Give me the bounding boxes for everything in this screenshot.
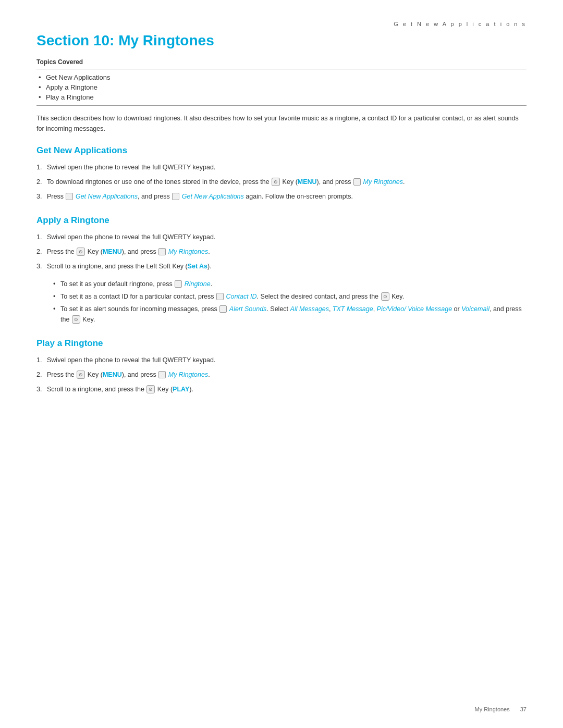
- step-number: 1.: [36, 162, 42, 172]
- step-text: Press the ⊙ Key (MENU), and press My Rin…: [47, 248, 210, 255]
- pic-video-link: Pic/Video/ Voice Message: [377, 305, 452, 313]
- apply-ringtone-steps: 1. Swivel open the phone to reveal the f…: [36, 231, 527, 273]
- step-number: 3.: [36, 191, 42, 202]
- step-number: 1.: [36, 232, 42, 242]
- voicemail-link: Voicemail: [461, 305, 489, 313]
- footer-right: My Ringtones 37: [474, 706, 527, 712]
- step-item: 2. Press the ⊙ Key (MENU), and press My …: [36, 368, 527, 381]
- menu-icon: [172, 193, 179, 200]
- key-icon: ⊙: [381, 292, 389, 301]
- step-text: Swivel open the phone to reveal the full…: [47, 233, 215, 241]
- step-item: 1. Swivel open the phone to reveal the f…: [36, 161, 527, 174]
- key-icon: ⊙: [72, 315, 80, 324]
- menu-bold: MENU: [103, 371, 122, 378]
- step-item: 1. Swivel open the phone to reveal the f…: [36, 354, 527, 366]
- topics-top-divider: [36, 69, 527, 69]
- step-text: Scroll to a ringtone, and press the ⊙ Ke…: [47, 386, 193, 393]
- step-text: Press the ⊙ Key (MENU), and press My Rin…: [47, 371, 210, 378]
- my-ringtones-link: My Ringtones: [168, 248, 208, 255]
- page-container: G e t N e w A p p l i c a t i o n s Sect…: [0, 0, 563, 439]
- get-new-applications-title: Get New Applications: [36, 145, 527, 156]
- step-number: 2.: [36, 369, 42, 380]
- key-icon: ⊙: [77, 248, 85, 256]
- contact-id-link: Contact ID: [226, 293, 257, 300]
- step-number: 1.: [36, 355, 42, 365]
- topics-covered-section: Topics Covered Get New Applications Appl…: [36, 58, 527, 106]
- get-new-apps-link1: Get New Applications: [76, 193, 138, 200]
- menu-icon: [158, 248, 166, 255]
- alert-sounds-link: Alert Sounds: [229, 305, 267, 313]
- get-new-applications-section: Get New Applications 1. Swivel open the …: [36, 145, 527, 203]
- menu-icon: [158, 371, 166, 378]
- menu-icon: [353, 178, 361, 186]
- step-number: 3.: [36, 261, 42, 272]
- get-new-apps-link2: Get New Applications: [182, 193, 244, 200]
- footer-section-name: My Ringtones: [474, 706, 509, 712]
- key-icon: ⊙: [77, 371, 85, 379]
- step-item: 1. Swivel open the phone to reveal the f…: [36, 231, 527, 243]
- play-ringtone-title: Play a Ringtone: [36, 338, 527, 349]
- step-number: 2.: [36, 246, 42, 257]
- ringtone-link: Ringtone: [185, 280, 211, 288]
- bullet-text: To set it as your default ringtone, pres…: [60, 280, 212, 288]
- all-messages-link: All Messages: [290, 305, 329, 313]
- list-item: Play a Ringtone: [36, 92, 527, 102]
- bullet-item: To set it as a contact ID for a particul…: [52, 290, 527, 303]
- intro-text: This section describes how to download r…: [36, 113, 527, 134]
- header-right: G e t N e w A p p l i c a t i o n s: [36, 21, 527, 27]
- bullet-item: To set it as alert sounds for incoming m…: [52, 303, 527, 326]
- key-icon: ⊙: [146, 385, 155, 393]
- menu-icon: [219, 305, 227, 313]
- step-text: Press Get New Applications, and press Ge…: [47, 193, 353, 200]
- list-item: Get New Applications: [36, 72, 527, 82]
- step-item: 3. Press Get New Applications, and press…: [36, 190, 527, 203]
- menu-bold: MENU: [298, 178, 317, 186]
- step-text: Swivel open the phone to reveal the full…: [47, 356, 215, 364]
- apply-ringtone-title: Apply a Ringtone: [36, 215, 527, 226]
- apply-ringtone-bullets: To set it as your default ringtone, pres…: [52, 278, 527, 326]
- topics-list: Get New Applications Apply a Ringtone Pl…: [36, 72, 527, 102]
- section-title: Section 10: My Ringtones: [36, 32, 527, 49]
- step-item: 3. Scroll to a ringtone, and press the L…: [36, 260, 527, 273]
- topics-bottom-divider: [36, 105, 527, 106]
- step-text: Swivel open the phone to reveal the full…: [47, 164, 215, 171]
- step-item: 2. Press the ⊙ Key (MENU), and press My …: [36, 245, 527, 258]
- bullet-text: To set it as alert sounds for incoming m…: [60, 305, 522, 323]
- my-ringtones-link: My Ringtones: [168, 371, 208, 378]
- play-ringtone-section: Play a Ringtone 1. Swivel open the phone…: [36, 338, 527, 396]
- step-number: 3.: [36, 384, 42, 394]
- step-item: 3. Scroll to a ringtone, and press the ⊙…: [36, 383, 527, 396]
- key-icon: ⊙: [272, 178, 280, 186]
- apply-ringtone-section: Apply a Ringtone 1. Swivel open the phon…: [36, 215, 527, 326]
- step-number: 2.: [36, 177, 42, 187]
- play-ringtone-steps: 1. Swivel open the phone to reveal the f…: [36, 354, 527, 396]
- menu-icon: [175, 280, 182, 288]
- bullet-text: To set it as a contact ID for a particul…: [60, 293, 404, 300]
- menu-icon: [216, 293, 224, 300]
- bullet-item: To set it as your default ringtone, pres…: [52, 278, 527, 290]
- step-item: 2. To download ringtones or use one of t…: [36, 176, 527, 188]
- menu-icon: [66, 193, 73, 200]
- topics-covered-label: Topics Covered: [36, 58, 527, 66]
- my-ringtones-link: My Ringtones: [363, 178, 403, 186]
- play-bold: PLAY: [173, 386, 189, 393]
- menu-bold: MENU: [103, 248, 122, 255]
- get-new-applications-steps: 1. Swivel open the phone to reveal the f…: [36, 161, 527, 203]
- footer-page-number: 37: [520, 706, 527, 712]
- txt-message-link: TXT Message: [333, 305, 373, 313]
- list-item: Apply a Ringtone: [36, 82, 527, 92]
- step-text: Scroll to a ringtone, and press the Left…: [47, 263, 212, 270]
- set-as-bold: Set As: [188, 263, 207, 270]
- page-footer: My Ringtones 37: [0, 706, 563, 712]
- step-text: To download ringtones or use one of the …: [47, 178, 405, 186]
